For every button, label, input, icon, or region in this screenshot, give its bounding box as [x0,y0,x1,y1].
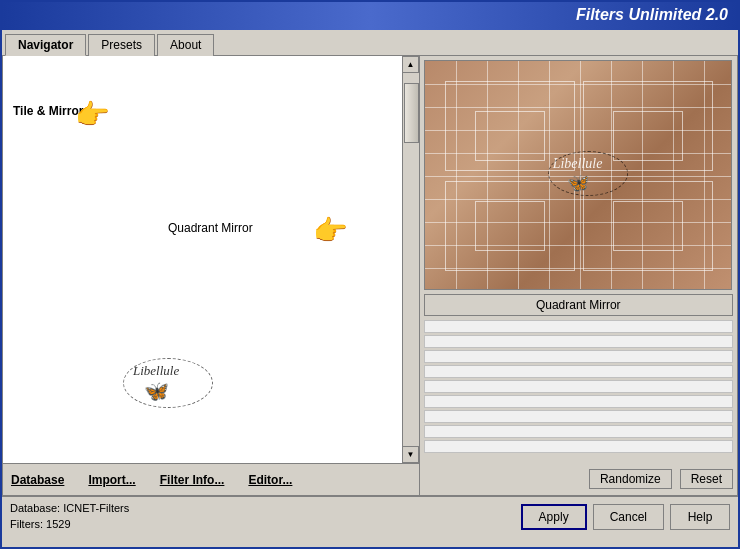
tab-navigator[interactable]: Navigator [5,34,86,56]
status-bar: Database: ICNET-Filters Filters: 1529 Ap… [2,496,738,536]
scrollbar[interactable]: ▲ ▼ [402,56,419,463]
help-button[interactable]: Help [670,504,730,530]
tile-mirror-label: Tile & Mirror [13,104,83,118]
preview-image: Libellule 🦋 [424,60,732,290]
info-row-3 [424,350,733,363]
filter-info-button[interactable]: Filter Info... [156,471,229,489]
hand-icon-tile: 👉 [75,98,110,131]
tabs-row: Navigator Presets About [2,30,738,56]
tab-about[interactable]: About [157,34,214,56]
info-row-6 [424,395,733,408]
status-info: Database: ICNET-Filters Filters: 1529 [10,501,129,532]
reset-button[interactable]: Reset [680,469,733,489]
title-bar: Filters Unlimited 2.0 [2,2,738,30]
info-row-1 [424,320,733,333]
main-content: Tile & Mirror 👉 Quadrant Mirror 👉 Libell… [2,56,738,496]
randomize-button[interactable]: Randomize [589,469,672,489]
info-row-9 [424,440,733,453]
left-bottom-toolbar: Database Import... Filter Info... Editor… [3,463,419,495]
scrollbar-track[interactable] [403,73,419,446]
tab-presets[interactable]: Presets [88,34,155,56]
hand-icon-quadrant: 👉 [313,214,348,247]
right-bottom-toolbar: Randomize Reset [424,467,733,491]
info-rows [424,320,733,463]
dragonfly-bottom: Libellule 🦋 [133,363,179,403]
filter-name-bar: Quadrant Mirror [424,294,733,316]
scroll-down-arrow[interactable]: ▼ [402,446,419,463]
editor-button[interactable]: Editor... [244,471,296,489]
cancel-button[interactable]: Cancel [593,504,664,530]
import-button[interactable]: Import... [84,471,139,489]
status-buttons: Apply Cancel Help [521,504,730,530]
right-panel: Libellule 🦋 Quadrant Mirror [420,56,737,495]
info-row-2 [424,335,733,348]
database-button[interactable]: Database [7,471,68,489]
info-row-7 [424,410,733,423]
left-panel: Tile & Mirror 👉 Quadrant Mirror 👉 Libell… [3,56,420,495]
quadrant-mirror-label: Quadrant Mirror [168,221,253,235]
apply-button[interactable]: Apply [521,504,587,530]
info-row-5 [424,380,733,393]
scroll-up-arrow[interactable]: ▲ [402,56,419,73]
info-row-8 [424,425,733,438]
info-row-4 [424,365,733,378]
scrollbar-thumb[interactable] [404,83,419,143]
filter-list-area[interactable]: Tile & Mirror 👉 Quadrant Mirror 👉 Libell… [3,56,419,463]
preview-dragonfly: Libellule 🦋 [553,156,603,194]
title-text: Filters Unlimited 2.0 [576,6,728,23]
